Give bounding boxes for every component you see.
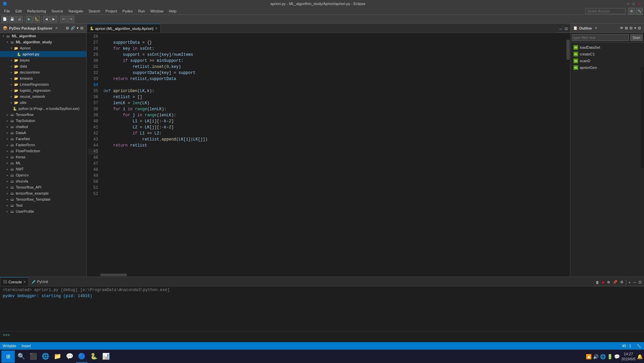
console-settings-btn[interactable]: ⚙ — [619, 280, 625, 285]
back-btn[interactable]: ◀ — [43, 16, 50, 23]
taskbar-edge[interactable]: 🌐 — [40, 351, 51, 363]
tree-item-ml-algorithm[interactable]: ▾ 🗂 ML_algorithm — [0, 33, 86, 39]
tree-item-test[interactable]: ▸ 🗂 Test — [0, 202, 86, 208]
open-perspective-btn[interactable]: 🔧 — [636, 8, 643, 14]
explorer-menu-btn[interactable]: ▾ — [76, 26, 79, 30]
save-btn[interactable]: 💾 — [9, 16, 15, 23]
outline-item-createc1[interactable]: m createC1 — [570, 51, 644, 57]
tree-item-chatbot[interactable]: ▸ 🗂 chatbot — [0, 124, 86, 130]
tree-item-keras[interactable]: ▸ 🗂 Keras — [0, 154, 86, 160]
tree-item-topsolution[interactable]: ▸ 🗂 TopSolution — [0, 118, 86, 124]
console-clear-btn[interactable]: 🗑 — [595, 280, 600, 285]
outline-collapse-btn[interactable]: ⊟ — [624, 26, 628, 30]
console-minimize-btn[interactable]: ─ — [632, 280, 637, 285]
outline-item-aprioriGen[interactable]: m aprioriGen — [570, 64, 644, 71]
tree-item-tensorflow[interactable]: ▸ 🗂 Tensorflow — [0, 112, 86, 118]
tree-item-linearreg[interactable]: ▸ 📂 LinearRegression — [0, 81, 86, 87]
outline-item-scand[interactable]: m scanD — [570, 57, 644, 64]
tree-item-utils[interactable]: ▸ 📂 utils — [0, 99, 86, 106]
console-new-btn[interactable]: + — [628, 280, 632, 285]
menu-source[interactable]: Source — [49, 8, 66, 14]
print-btn[interactable]: 🖨 — [16, 16, 23, 23]
tree-item-ml-study[interactable]: ▾ 🗂 ML_algorithm_study — [0, 39, 86, 45]
console-pin-btn[interactable]: 📌 — [612, 280, 618, 285]
menu-help[interactable]: Help — [166, 8, 179, 14]
tree-item-facenet[interactable]: ▸ 🗂 FaceNet — [0, 136, 86, 142]
console-tab-close[interactable]: ✕ — [23, 280, 26, 284]
outline-filter-input[interactable] — [572, 34, 629, 41]
tree-item-shurufa[interactable]: ▸ 🗂 shurufa — [0, 178, 86, 184]
outline-menu-btn[interactable]: ▾ — [634, 26, 637, 30]
quick-access-input[interactable] — [585, 8, 626, 14]
close-button[interactable]: ✕ — [637, 1, 641, 6]
new-btn[interactable]: 📄 — [1, 16, 8, 23]
menu-search[interactable]: Search — [86, 8, 103, 14]
link-btn[interactable]: 🔗 — [70, 26, 75, 30]
taskbar-explorer[interactable]: 📁 — [52, 351, 63, 363]
menu-file[interactable]: File — [1, 8, 13, 14]
vertical-scrollbar[interactable] — [566, 33, 570, 273]
pyunit-tab[interactable]: 🧪 PyUnit — [29, 277, 50, 286]
tree-item-ml[interactable]: ▸ 🗂 ML — [0, 160, 86, 166]
outline-sync-btn[interactable]: ⟳ — [619, 26, 623, 30]
console-terminate-btn[interactable]: ⊗ — [606, 280, 611, 285]
tree-item-userprofile[interactable]: ▸ 🗂 UserProfile — [0, 208, 86, 214]
tree-item-flowpred[interactable]: ▸ 🗂 FlowPrediction — [0, 148, 86, 154]
menu-navigate[interactable]: Navigate — [66, 8, 86, 14]
run-btn[interactable]: ▶ — [26, 16, 33, 23]
explorer-max-btn[interactable]: ⊡ — [80, 26, 84, 30]
explorer-close[interactable]: ✕ — [55, 26, 58, 30]
tree-item-nmt[interactable]: ▸ 🗂 NMT — [0, 166, 86, 172]
tree-item-fasterrcnn[interactable]: ▸ 🗂 FasterRcnn — [0, 142, 86, 148]
maximize-button[interactable]: □ — [631, 1, 636, 6]
tree-item-opencv[interactable]: ▸ 🗂 Opencv — [0, 172, 86, 178]
minimize-button[interactable]: ─ — [626, 1, 631, 6]
taskbar-msg[interactable]: 💬 — [64, 351, 75, 363]
taskbar-eclipse[interactable]: 🔵 — [76, 351, 87, 363]
tree-item-python[interactable]: 🐍 python (e:\Progr... e:\conda3\python.e… — [0, 106, 86, 112]
code-editor[interactable]: supportData = {} for key in ssCnt: suppo… — [101, 33, 566, 273]
console-stop-btn[interactable]: ■ — [601, 280, 605, 285]
tree-item-decisiontree[interactable]: ▸ 📂 decisiontree — [0, 69, 86, 75]
tree-item-tf-example[interactable]: ▸ 🗂 tensorflow_example — [0, 190, 86, 196]
tab-close-btn[interactable]: ✕ — [155, 27, 158, 30]
taskbar-task-view[interactable]: ⬛ — [28, 351, 39, 363]
tree-item-apriori-py[interactable]: 🐍 apriori.py — [0, 51, 86, 57]
tree-item-bayes[interactable]: ▸ 📂 bayes — [0, 57, 86, 63]
console-max-btn[interactable]: ⊡ — [638, 280, 643, 285]
taskbar-python[interactable]: 🐍 — [88, 351, 99, 363]
tree-item-tf-api[interactable]: ▸ 🗂 Tensorflow_API — [0, 184, 86, 190]
redo-btn[interactable]: ↪ — [68, 16, 74, 23]
tree-item-apriori[interactable]: ▾ 📂 Apriori — [0, 45, 86, 51]
menu-project[interactable]: Project — [103, 8, 120, 14]
tree-item-logreg[interactable]: ▸ 📂 logistic_regression — [0, 87, 86, 93]
minimize-editor-btn[interactable]: ─ — [558, 27, 563, 31]
horizontal-scrollbar[interactable] — [87, 273, 570, 277]
editor-content[interactable]: 26 27 28 29 30 31 32 33 34 35 36 37 38 3… — [87, 33, 570, 273]
menu-window[interactable]: Window — [148, 8, 166, 14]
editor-tab-apriori[interactable]: 🐍 apriori (ML_algorithm_study.Apriori) ✕ — [87, 24, 161, 33]
tree-item-tf-template[interactable]: ▸ 🗂 Tensorflow_Template — [0, 196, 86, 202]
menu-refactoring[interactable]: Refactoring — [25, 8, 49, 14]
menu-edit[interactable]: Edit — [13, 8, 25, 14]
menu-pydev[interactable]: Pydev — [120, 8, 135, 14]
collapse-all-btn[interactable]: ⊟ — [65, 26, 69, 30]
start-button[interactable]: ⊞ — [1, 351, 15, 363]
console-horizontal-scrollbar[interactable] — [0, 339, 644, 342]
forward-btn[interactable]: ▶ — [50, 16, 57, 23]
notification-btn[interactable]: 🔔 — [637, 354, 643, 359]
tree-item-data[interactable]: ▸ 📂 data — [0, 63, 86, 69]
tree-item-kmeans[interactable]: ▸ 📂 kmeans — [0, 75, 86, 81]
console-tab[interactable]: ⬛ Console ✕ — [0, 277, 29, 286]
undo-btn[interactable]: ↩ — [60, 16, 67, 23]
taskbar-red[interactable]: 📊 — [100, 351, 112, 363]
outline-item-loaddataset[interactable]: m loadDataSet — [570, 44, 644, 51]
tree-item-neural[interactable]: ▸ 📂 neural_network — [0, 93, 86, 99]
outline-close[interactable]: ✕ — [595, 26, 597, 30]
maximize-editor-btn[interactable]: ⊡ — [564, 26, 569, 31]
perspective-btn[interactable]: ⊞ — [628, 8, 635, 14]
debug-btn[interactable]: 🐛 — [33, 16, 40, 23]
taskbar-search[interactable]: 🔍 — [15, 351, 27, 363]
menu-run[interactable]: Run — [135, 8, 148, 14]
tree-item-dataa[interactable]: ▸ 🗂 DataA — [0, 130, 86, 136]
